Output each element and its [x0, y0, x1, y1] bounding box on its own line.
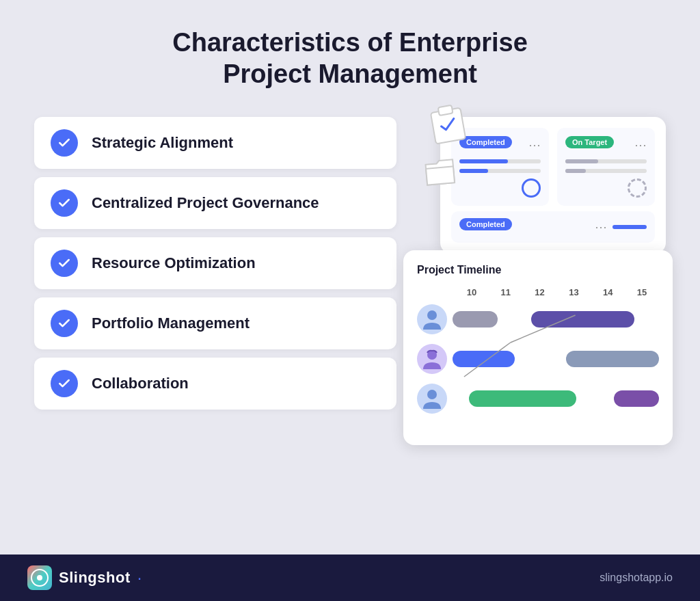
more-dots-2[interactable]: ⋯: [634, 137, 647, 152]
svg-point-10: [37, 575, 42, 580]
right-panel: Completed ⋯ On Target ⋯: [417, 117, 666, 445]
timeline-row-1: [417, 304, 659, 334]
list-item-centralized-governance: Centralized Project Governance: [34, 177, 396, 229]
list-item-collaboration: Collaboration: [34, 358, 396, 410]
on-target-badge: On Target: [565, 136, 614, 148]
status-card-on-target: On Target ⋯: [557, 128, 655, 206]
check-icon-4: [51, 310, 78, 337]
item-label-2: Centralized Project Governance: [92, 194, 319, 212]
more-dots-3[interactable]: ⋯: [595, 219, 607, 235]
svg-rect-1: [438, 105, 453, 116]
col-13: 13: [556, 287, 591, 297]
check-icon-2: [51, 189, 78, 217]
timeline-rows: [417, 304, 659, 414]
status-card-completed-2: Completed ⋯: [451, 211, 655, 243]
check-icon-3: [51, 250, 78, 277]
list-item-portfolio-management: Portfolio Management: [34, 297, 396, 349]
timeline-row-3: [417, 384, 659, 414]
status-cards-panel: Completed ⋯ On Target ⋯: [440, 117, 666, 254]
clipboard-icon: [427, 101, 470, 155]
item-label-1: Strategic Alignment: [92, 134, 233, 152]
check-icon-1: [51, 129, 78, 157]
footer-url: slingshotapp.io: [600, 572, 673, 584]
status-cards-grid: Completed ⋯ On Target ⋯: [451, 128, 655, 206]
col-15: 15: [625, 287, 659, 297]
brand-name: Slingshot: [59, 569, 131, 587]
page-title: Characteristics of Enterprise Project Ma…: [34, 27, 666, 90]
item-label-5: Collaboration: [92, 375, 189, 392]
svg-point-4: [427, 390, 437, 399]
col-12: 12: [523, 287, 557, 297]
slingshot-logo-icon: [27, 565, 52, 590]
timeline-row-2: [417, 344, 659, 374]
footer: Slingshot· slingshotapp.io: [0, 555, 700, 601]
gantt-bars-1: [453, 310, 659, 329]
footer-brand: Slingshot·: [27, 565, 142, 590]
blue-bar-2: [612, 225, 647, 229]
folder-icon: [422, 157, 458, 194]
list-item-strategic-alignment: Strategic Alignment: [34, 117, 396, 169]
more-dots-1[interactable]: ⋯: [528, 137, 541, 152]
check-icon-5: [51, 370, 78, 397]
avatar-2: [417, 344, 447, 374]
gantt-bars-2: [453, 349, 659, 369]
item-label-4: Portfolio Management: [92, 315, 250, 332]
col-10: 10: [455, 287, 489, 297]
timeline-header: 10 11 12 13 14 15: [455, 287, 659, 297]
col-14: 14: [591, 287, 625, 297]
content-area: Strategic Alignment Centralized Project …: [34, 117, 666, 445]
gantt-bars-3: [453, 389, 659, 408]
avatar-3: [417, 384, 447, 414]
completed-badge-2: Completed: [459, 218, 512, 230]
svg-point-2: [427, 310, 437, 320]
avatar-1: [417, 304, 447, 334]
item-label-3: Resource Optimization: [92, 254, 256, 272]
list-item-resource-optimization: Resource Optimization: [34, 237, 396, 289]
timeline-title: Project Timeline: [417, 264, 659, 276]
col-11: 11: [489, 287, 523, 297]
timeline-panel: Project Timeline 10 11 12 13 14 15: [403, 250, 673, 445]
characteristics-list: Strategic Alignment Centralized Project …: [34, 117, 396, 410]
